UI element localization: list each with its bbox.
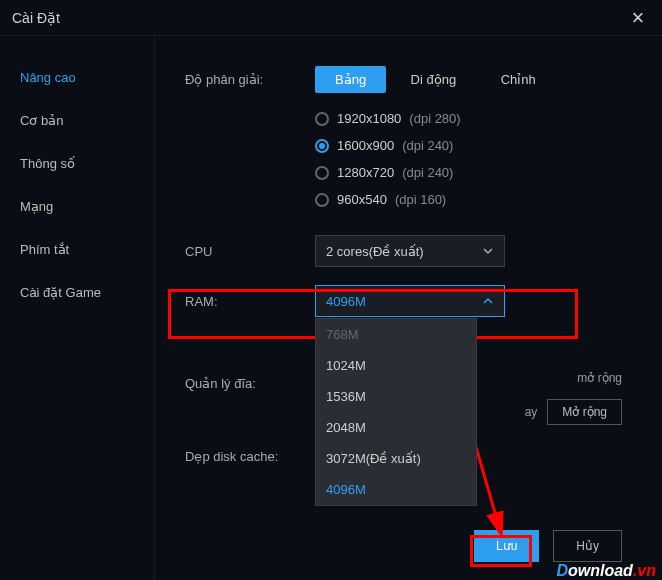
titlebar: Cài Đặt × (0, 0, 662, 36)
sidebar-item-shortcuts[interactable]: Phím tắt (0, 228, 154, 271)
sidebar-item-gamesettings[interactable]: Cài đặt Game (0, 271, 154, 314)
ram-select[interactable]: 4096M 768M 1024M 1536M 2048M 3072M(Đề xu… (315, 285, 505, 317)
tab-mobile[interactable]: Di động (391, 66, 477, 93)
ram-option-3072[interactable]: 3072M(Đề xuất) (316, 443, 476, 474)
watermark: Download.vn (556, 562, 656, 580)
resolution-label: Độ phân giải: (185, 72, 315, 87)
main-panel: Độ phân giải: Bảng Di động Chỉnh 1920x10… (155, 36, 662, 580)
ram-dropdown: 768M 1024M 1536M 2048M 3072M(Đề xuất) 40… (315, 318, 477, 506)
tab-custom[interactable]: Chỉnh (481, 66, 556, 93)
ram-label: RAM: (185, 294, 315, 309)
expand-button[interactable]: Mở rộng (547, 399, 622, 425)
ram-option-1536[interactable]: 1536M (316, 381, 476, 412)
radio-icon (315, 166, 329, 180)
ram-option-768[interactable]: 768M (316, 319, 476, 350)
sidebar-item-info[interactable]: Thông số (0, 142, 154, 185)
tab-table[interactable]: Bảng (315, 66, 386, 93)
ram-value: 4096M (326, 294, 366, 309)
close-icon[interactable]: × (626, 5, 650, 31)
radio-1920[interactable]: 1920x1080 (dpi 280) (315, 105, 622, 132)
sidebar-item-basic[interactable]: Cơ bản (0, 99, 154, 142)
chevron-down-icon (482, 245, 494, 257)
cpu-select[interactable]: 2 cores(Đề xuất) (315, 235, 505, 267)
window-title: Cài Đặt (12, 10, 60, 26)
ram-option-2048[interactable]: 2048M (316, 412, 476, 443)
dep-label: Dẹp disk cache: (185, 449, 315, 464)
cpu-value: 2 cores(Đề xuất) (326, 244, 424, 259)
radio-1600[interactable]: 1600x900 (dpi 240) (315, 132, 622, 159)
disk-expand-text: mở rộng (577, 371, 622, 385)
save-button[interactable]: Lưu (474, 530, 539, 562)
chevron-up-icon (482, 295, 494, 307)
sidebar-item-network[interactable]: Mạng (0, 185, 154, 228)
radio-icon (315, 139, 329, 153)
ram-option-4096[interactable]: 4096M (316, 474, 476, 505)
radio-960[interactable]: 960x540 (dpi 160) (315, 186, 622, 213)
disk-play-text: ay (525, 405, 538, 419)
cancel-button[interactable]: Hủy (553, 530, 622, 562)
radio-1280[interactable]: 1280x720 (dpi 240) (315, 159, 622, 186)
sidebar: Nâng cao Cơ bản Thông số Mạng Phím tắt C… (0, 36, 155, 580)
disk-label: Quản lý đĩa: (185, 376, 315, 391)
ram-option-1024[interactable]: 1024M (316, 350, 476, 381)
cpu-label: CPU (185, 244, 315, 259)
radio-icon (315, 112, 329, 126)
sidebar-item-advanced[interactable]: Nâng cao (0, 56, 154, 99)
radio-icon (315, 193, 329, 207)
